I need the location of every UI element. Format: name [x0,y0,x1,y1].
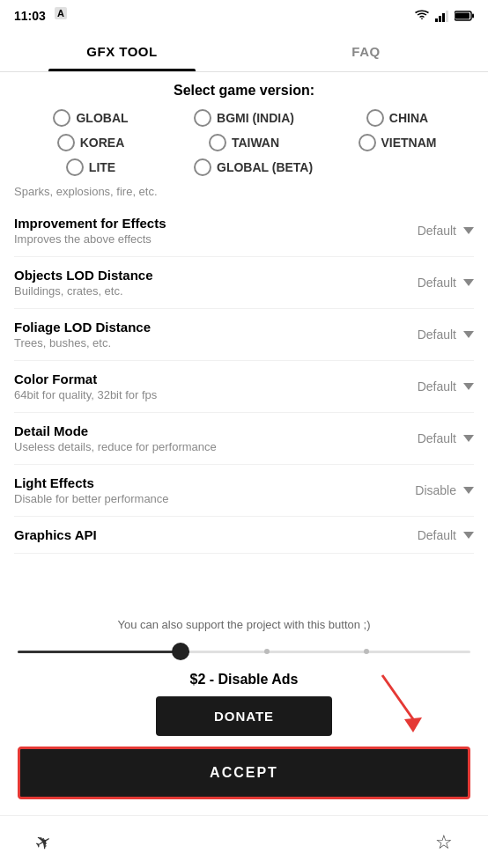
extra-status-icon: A [55,7,67,19]
radio-vietnam[interactable]: VIETNAM [321,134,474,151]
svg-rect-1 [439,16,441,22]
status-bar: 11:03 A [0,0,488,32]
radio-circle-global [53,109,70,127]
svg-rect-6 [472,14,474,18]
radio-circle-global-beta [194,158,211,176]
accept-button[interactable]: ACCEPT [18,747,470,799]
radio-global[interactable]: GLOBAL [14,109,167,127]
settings-item-graphics-api: Graphics API Default [14,517,474,554]
settings-item-light-effects: Light Effects Disable for better perform… [14,465,474,517]
settings-value-light-effects[interactable]: Disable [415,483,474,497]
radio-circle-lite [66,158,84,176]
radio-circle-bgmi [194,109,211,127]
radio-label-global: GLOBAL [76,111,128,125]
slider-track [18,651,470,653]
radio-label-lite: LITE [89,160,115,174]
settings-value-objects-lod[interactable]: Default [418,276,474,290]
settings-label-foliage-lod: Foliage LOD Distance [14,320,151,335]
price-label: $2 - Disable Ads [18,672,470,688]
radio-china[interactable]: CHINA [321,109,474,127]
settings-value-foliage-lod[interactable]: Default [418,327,474,342]
slider-fill [18,651,189,653]
radio-taiwan[interactable]: TAIWAN [167,134,321,151]
settings-desc-foliage-lod: Trees, bushes, etc. [14,336,151,349]
radio-circle-korea [57,134,75,151]
radio-global-beta[interactable]: GLOBAL (BETA) [167,158,474,176]
settings-value-graphics-api[interactable]: Default [418,528,474,542]
settings-label-objects-lod: Objects LOD Distance [14,268,153,283]
signal-icon [435,10,449,22]
svg-rect-2 [442,13,445,22]
settings-desc-objects-lod: Buildings, crates, etc. [14,284,153,298]
support-text: You can also support the project with th… [18,618,470,631]
settings-value-color-format[interactable]: Default [418,379,474,394]
svg-rect-3 [446,11,448,22]
slider-dot2 [364,649,369,654]
svg-rect-5 [455,13,470,19]
settings-value-detail-mode[interactable]: Default [418,431,474,445]
settings-desc-detail-mode: Useless details, reduce for performance [14,440,217,453]
settings-item-foliage-lod: Foliage LOD Distance Trees, bushes, etc.… [14,309,474,361]
truncated-desc: Sparks, explosions, fire, etc. [0,185,488,205]
slider-dot1 [264,649,270,654]
radio-label-china: CHINA [389,111,428,125]
radio-label-global-beta: GLOBAL (BETA) [217,160,313,174]
bottom-nav: ✈ ☆ [0,815,488,868]
send-icon[interactable]: ✈ [31,828,56,857]
dropdown-arrow-color [463,383,474,390]
status-time: 11:03 [14,9,46,23]
radio-label-bgmi: BGMI (INDIA) [217,111,294,125]
settings-list: Improvement for Effects Improves the abo… [0,205,488,554]
radio-circle-taiwan [209,134,226,151]
settings-label-graphics-api: Graphics API [14,527,97,542]
radio-label-vietnam: VIETNAM [381,136,437,150]
version-grid: GLOBAL BGMI (INDIA) CHINA KOREA TAIWAN V… [14,109,474,176]
settings-item-detail-mode: Detail Mode Useless details, reduce for … [14,413,474,465]
settings-label-color-format: Color Format [14,371,157,386]
slider-thumb[interactable] [172,643,189,660]
settings-item-color-format: Color Format 64bit for quality, 32bit fo… [14,361,474,413]
dropdown-arrow-light [463,487,474,494]
donate-button[interactable]: DONATE [156,696,332,736]
settings-label-improvement-effects: Improvement for Effects [14,216,166,231]
settings-label-detail-mode: Detail Mode [14,423,217,438]
slider-container[interactable] [18,638,470,665]
battery-icon [455,11,474,21]
settings-desc-color-format: 64bit for quality, 32bit for fps [14,388,157,401]
dropdown-arrow-foliage [463,331,474,338]
radio-korea[interactable]: KOREA [14,134,167,151]
version-title: Select game version: [14,83,474,99]
dropdown-arrow-graphics [463,532,474,539]
settings-label-light-effects: Light Effects [14,475,169,490]
tab-faq[interactable]: FAQ [244,32,488,71]
settings-desc-light-effects: Disable for better performance [14,492,169,505]
settings-item-improvement-effects: Improvement for Effects Improves the abo… [14,205,474,257]
radio-bgmi[interactable]: BGMI (INDIA) [167,109,321,127]
radio-label-korea: KOREA [80,136,125,150]
wifi-icon [414,10,430,22]
radio-label-taiwan: TAIWAN [232,136,279,150]
version-section: Select game version: GLOBAL BGMI (INDIA)… [0,72,488,185]
settings-item-objects-lod: Objects LOD Distance Buildings, crates, … [14,257,474,309]
tab-gfx-tool[interactable]: GFX TOOL [0,32,244,71]
dropdown-arrow-detail [463,435,474,442]
dropdown-arrow-objects [463,279,474,286]
settings-desc-improvement-effects: Improves the above effects [14,232,166,246]
dropdown-arrow-improvement [463,227,474,234]
radio-lite[interactable]: LITE [14,158,167,176]
status-icons: A [414,10,474,22]
bottom-section: You can also support the project with th… [0,618,488,815]
star-icon[interactable]: ☆ [435,831,453,854]
radio-circle-china [366,109,384,127]
top-nav: GFX TOOL FAQ [0,32,488,72]
radio-circle-vietnam [359,134,376,151]
svg-rect-0 [435,18,438,22]
settings-value-improvement-effects[interactable]: Default [418,224,474,238]
